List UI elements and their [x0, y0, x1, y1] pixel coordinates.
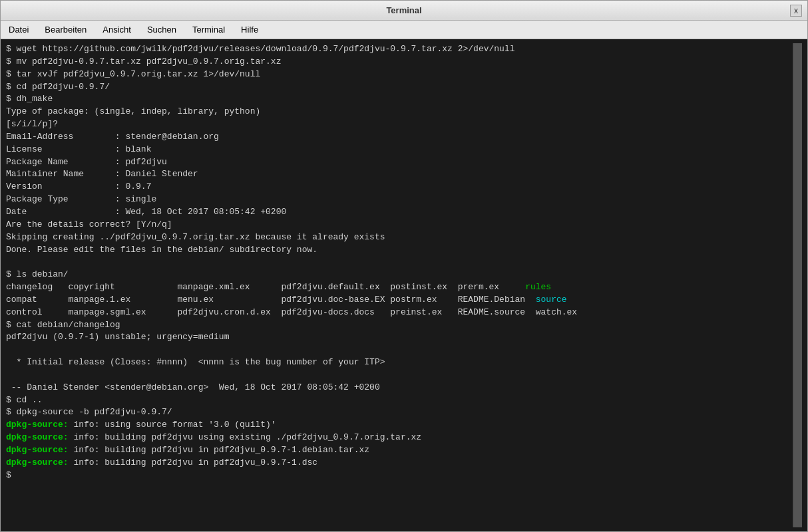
line-13: Package Type : single: [6, 194, 793, 206]
line-8: Email-Address : stender@debian.org: [6, 131, 793, 144]
line-10: Package Name : pdf2djvu: [6, 156, 793, 169]
line-dpkg-3: dpkg-source: info: building pdf2djvu in …: [6, 444, 793, 457]
line-1: $ wget https://github.com/jwilk/pdf2djvu…: [6, 43, 793, 56]
terminal-body[interactable]: $ wget https://github.com/jwilk/pdf2djvu…: [1, 39, 807, 531]
line-18: [6, 256, 793, 269]
scrollbar[interactable]: [793, 43, 802, 527]
line-19: $ ls debian/: [6, 269, 793, 281]
line-6: Type of package: (single, indep, library…: [6, 106, 793, 118]
line-prompt: $: [6, 469, 793, 482]
line-17: Done. Please edit the files in the debia…: [6, 244, 793, 257]
window-title: Terminal: [18, 5, 790, 15]
menu-ansicht[interactable]: Ansicht: [100, 23, 134, 36]
line-dpkg-1: dpkg-source: info: using source format '…: [6, 419, 793, 432]
line-11: Maintainer Name : Daniel Stender: [6, 168, 793, 181]
line-7: [s/i/l/p]?: [6, 118, 793, 131]
line-14: Date : Wed, 18 Oct 2017 08:05:42 +0200: [6, 206, 793, 219]
line-15: Are the details correct? [Y/n/q]: [6, 219, 793, 231]
line-3: $ tar xvJf pdf2djvu_0.9.7.orig.tar.xz 1>…: [6, 68, 793, 81]
title-bar: Terminal x: [1, 1, 807, 21]
line-files: changelog copyright manpage.xml.ex pdf2d…: [6, 281, 793, 319]
line-12: Version : 0.9.7: [6, 181, 793, 194]
terminal-output: $ wget https://github.com/jwilk/pdf2djvu…: [6, 43, 793, 527]
menu-suchen[interactable]: Suchen: [144, 23, 179, 36]
line-2: $ mv pdf2djvu-0.9.7.tar.xz pdf2djvu_0.9.…: [6, 56, 793, 68]
menu-bearbeiten[interactable]: Bearbeiten: [42, 23, 89, 36]
line-pkg-version: pdf2djvu (0.9.7-1) unstable; urgency=med…: [6, 331, 793, 344]
line-dpkg-4: dpkg-source: info: building pdf2djvu in …: [6, 457, 793, 469]
line-release: * Initial release (Closes: #nnnn) <nnnn …: [6, 356, 793, 369]
menu-datei[interactable]: Datei: [6, 23, 31, 36]
menu-bar: Datei Bearbeiten Ansicht Suchen Terminal…: [1, 21, 807, 39]
line-blank3: [6, 369, 793, 382]
line-dpkg-cmd: $ dpkg-source -b pdf2djvu-0.9.7/: [6, 406, 793, 419]
menu-hilfe[interactable]: Hilfe: [238, 23, 261, 36]
menu-terminal[interactable]: Terminal: [190, 23, 228, 36]
line-blank2: [6, 344, 793, 356]
line-4: $ cd pdf2djvu-0.9.7/: [6, 81, 793, 94]
line-5: $ dh_make: [6, 93, 793, 106]
close-button[interactable]: x: [790, 5, 802, 17]
line-maintainer: -- Daniel Stender <stender@debian.org> W…: [6, 382, 793, 394]
line-dpkg-2: dpkg-source: info: building pdf2djvu usi…: [6, 432, 793, 444]
terminal-window: Terminal x Datei Bearbeiten Ansicht Such…: [0, 0, 808, 532]
line-9: License : blank: [6, 144, 793, 156]
line-cd: $ cd ..: [6, 394, 793, 407]
line-cat: $ cat debian/changelog: [6, 319, 793, 332]
line-16: Skipping creating ../pdf2djvu_0.9.7.orig…: [6, 231, 793, 244]
